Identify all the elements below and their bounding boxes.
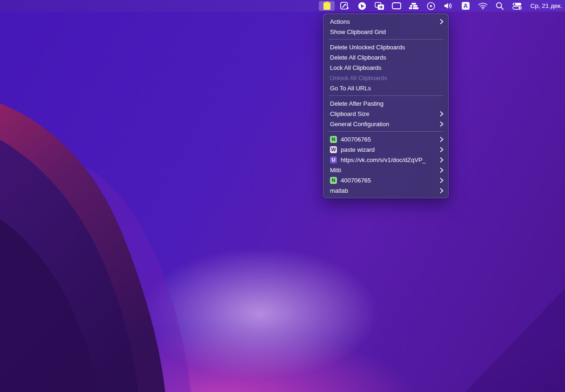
menu-item-label: Delete After Pasting	[330, 100, 383, 107]
clipboard-type-badge: W	[330, 146, 337, 153]
submenu-chevron-icon	[436, 137, 444, 142]
menu-item-label: Show Clipboard Grid	[330, 28, 386, 35]
menu-item-label: Delete Unlocked Clipboards	[330, 44, 405, 51]
clipboard-type-badge: U	[330, 156, 337, 163]
dropdown-menu: ActionsShow Clipboard GridDelete Unlocke…	[323, 14, 449, 198]
menu-item-label: Delete All Clipboards	[330, 54, 386, 61]
menu-item-label: Actions	[330, 18, 350, 25]
menu-item-delete-after-pasting[interactable]: Delete After Pasting	[323, 98, 448, 108]
menubar: A Ср, 21 дек.	[0, 0, 565, 12]
menu-item-delete-all-clipboards[interactable]: Delete All Clipboards	[323, 52, 448, 62]
menu-item-paste-wizard[interactable]: Wpaste wizard	[323, 144, 448, 155]
submenu-chevron-icon	[436, 19, 444, 24]
clipboard-icon	[323, 1, 331, 10]
menu-item-actions[interactable]: Actions	[323, 16, 448, 27]
menu-item-label: Unlock All Clipboards	[330, 74, 387, 81]
menu-item-label: Go To All URLs	[330, 85, 371, 92]
submenu-chevron-icon	[436, 168, 444, 173]
menu-item-https-vk-com-s-v1-doc-dzqvp[interactable]: Uhttps://vk.com/s/v1/doc/dZqVP_	[323, 155, 448, 165]
menu-item-label: https://vk.com/s/v1/doc/dZqVP_	[341, 156, 426, 163]
menu-separator	[329, 131, 443, 132]
menu-item-show-clipboard-grid[interactable]: Show Clipboard Grid	[323, 27, 448, 37]
menu-item-unlock-all-clipboards: Unlock All Clipboards	[323, 73, 448, 83]
wallpaper-curves	[0, 0, 565, 392]
menu-item-label: General Configuration	[330, 121, 389, 128]
menu-separator	[329, 39, 443, 40]
input-source-letter: A	[462, 2, 470, 10]
wifi-icon[interactable]	[476, 0, 490, 12]
menu-item-label: Lock All Clipboards	[330, 64, 382, 71]
menubar-clock[interactable]: Ср, 21 дек.	[527, 2, 563, 9]
menu-item-general-configuration[interactable]: General Configuration	[323, 119, 448, 129]
submenu-chevron-icon	[436, 147, 444, 152]
menu-item-label: Mitti	[330, 167, 341, 174]
clipboard-type-badge: N	[330, 177, 337, 184]
menu-item-lock-all-clipboards[interactable]: Lock All Clipboards	[323, 62, 448, 73]
input-source-icon[interactable]: A	[458, 0, 472, 12]
clipboard-menubar-icon[interactable]	[319, 1, 335, 11]
play-circle-icon[interactable]	[424, 0, 438, 12]
menu-item-mitti[interactable]: Mitti	[323, 165, 448, 175]
menu-item-400706765[interactable]: N400706765	[323, 175, 448, 185]
menu-separator	[329, 95, 443, 96]
menu-item-label: paste wizard	[341, 146, 375, 153]
submenu-chevron-icon	[436, 111, 444, 116]
menu-item-label: 400706765	[341, 177, 371, 184]
search-icon[interactable]	[493, 0, 507, 12]
navigation-icon[interactable]	[355, 0, 369, 12]
clipboard-type-badge: N	[330, 136, 337, 143]
screen-mirroring-icon[interactable]	[372, 0, 386, 12]
display-icon[interactable]	[390, 0, 404, 12]
control-center-icon[interactable]	[510, 0, 524, 12]
menu-item-go-to-all-urls[interactable]: Go To All URLs	[323, 83, 448, 93]
menu-item-clipboard-size[interactable]: Clipboard Size	[323, 108, 448, 119]
submenu-chevron-icon	[436, 188, 444, 193]
menu-item-matlab[interactable]: matlab	[323, 185, 448, 196]
submenu-chevron-icon	[436, 178, 444, 183]
menu-item-label: 400706765	[341, 136, 371, 143]
submenu-chevron-icon	[436, 122, 444, 127]
stack-icon[interactable]	[407, 0, 421, 12]
menu-item-delete-unlocked-clipboards[interactable]: Delete Unlocked Clipboards	[323, 42, 448, 52]
menu-item-label: Clipboard Size	[330, 110, 370, 117]
desktop-wallpaper	[0, 0, 565, 392]
volume-icon[interactable]	[441, 0, 455, 12]
menu-item-label: matlab	[330, 187, 348, 194]
submenu-chevron-icon	[436, 157, 444, 162]
menu-item-400706765[interactable]: N400706765	[323, 134, 448, 144]
markup-icon[interactable]	[338, 0, 352, 12]
